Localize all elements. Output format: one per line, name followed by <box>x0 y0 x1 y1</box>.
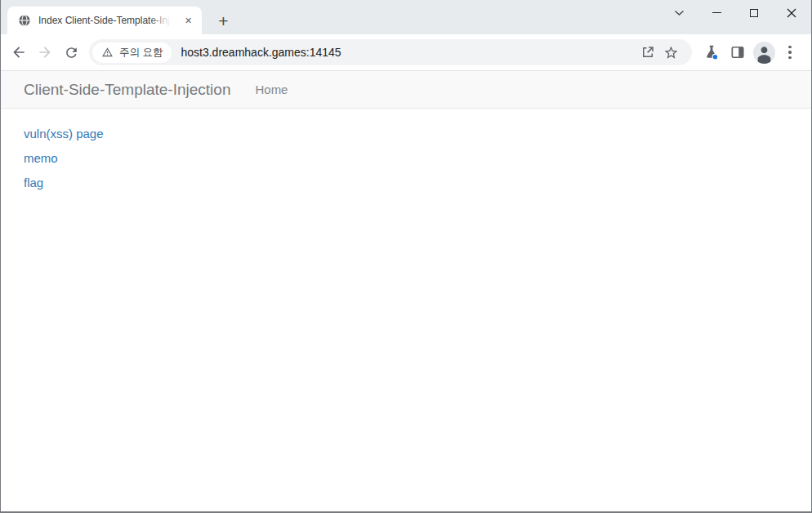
page-content: Client-Side-Template-Injection Home vuln… <box>1 71 811 511</box>
security-chip[interactable]: 주의 요함 <box>92 42 172 63</box>
close-icon <box>787 8 796 18</box>
maximize-icon <box>750 9 758 17</box>
list-item: flag <box>24 175 811 191</box>
link-vuln-xss-page[interactable]: vuln(xss) page <box>24 127 104 141</box>
list-item: vuln(xss) page <box>24 126 811 142</box>
share-button[interactable] <box>636 41 659 64</box>
flask-extension-icon <box>703 43 721 61</box>
forward-button[interactable] <box>32 39 58 65</box>
browser-window: Index Client-Side-Template-Inje ✕ + <box>0 0 812 513</box>
titlebar: Index Client-Side-Template-Inje ✕ + <box>1 0 811 34</box>
profile-avatar-icon <box>753 42 775 64</box>
link-list: vuln(xss) page memo flag <box>1 109 811 199</box>
link-memo[interactable]: memo <box>24 151 58 165</box>
reload-button[interactable] <box>58 39 84 65</box>
minimize-button[interactable] <box>698 0 735 25</box>
tab-search-button[interactable] <box>660 0 698 25</box>
link-flag[interactable]: flag <box>24 176 43 190</box>
star-icon <box>663 45 679 60</box>
reload-icon <box>64 45 79 60</box>
minimize-icon <box>712 12 721 13</box>
site-navbar: Client-Side-Template-Injection Home <box>1 71 811 109</box>
browser-toolbar: 주의 요함 host3.dreamhack.games:14145 <box>1 34 811 70</box>
share-icon <box>640 45 655 60</box>
url-text: host3.dreamhack.games:14145 <box>181 46 636 59</box>
close-window-button[interactable] <box>773 0 810 25</box>
tab-title-fade <box>149 14 171 27</box>
maximize-button[interactable] <box>735 0 773 25</box>
browser-tab[interactable]: Index Client-Side-Template-Inje ✕ <box>7 7 202 34</box>
warning-triangle-icon <box>101 47 114 58</box>
bookmark-button[interactable] <box>659 41 682 64</box>
globe-favicon-icon <box>18 14 31 27</box>
profile-button[interactable] <box>751 39 777 65</box>
list-item: memo <box>24 150 811 167</box>
window-controls <box>660 0 810 25</box>
tab-title: Index Client-Side-Template-Inje <box>38 14 171 27</box>
back-icon <box>11 44 27 60</box>
extension-button[interactable] <box>698 39 725 65</box>
security-chip-label: 주의 요함 <box>119 46 163 60</box>
back-button[interactable] <box>6 39 32 65</box>
chevron-down-icon <box>674 10 685 16</box>
side-panel-button[interactable] <box>725 39 751 65</box>
nav-link-home[interactable]: Home <box>255 83 288 96</box>
side-panel-icon <box>729 44 746 60</box>
new-tab-button[interactable]: + <box>212 10 234 32</box>
browser-menu-button[interactable] <box>777 39 803 65</box>
forward-icon <box>37 44 53 60</box>
tab-close-icon[interactable]: ✕ <box>181 14 195 28</box>
kebab-menu-icon <box>788 46 791 59</box>
site-brand-link[interactable]: Client-Side-Template-Injection <box>24 81 230 99</box>
address-bar[interactable]: 주의 요함 host3.dreamhack.games:14145 <box>89 39 692 65</box>
